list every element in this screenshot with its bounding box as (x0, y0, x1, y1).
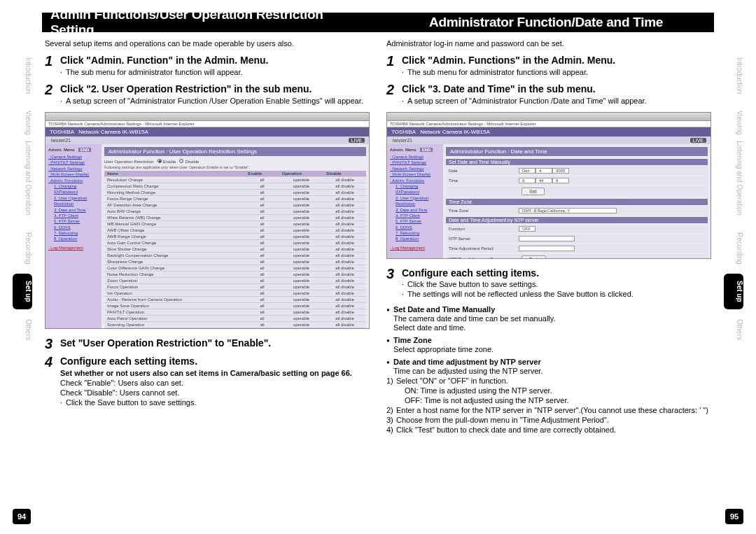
table-row: Focus Range Changealloperableall disable (104, 195, 366, 202)
step-sub: Click the Save button to save settings. (60, 398, 370, 407)
side-tab-others[interactable]: Others (724, 312, 743, 347)
sel-sec[interactable]: 9 (552, 178, 569, 183)
sel-day[interactable]: 4 (536, 168, 552, 174)
table-row: Noise Reduction Changealloperableall dis… (104, 271, 366, 277)
screenshot-date-time: TOSHIBA Network Camera/Administrator Set… (386, 112, 711, 259)
num-text: Enter a host name for the NTP server in … (396, 406, 708, 414)
sidebar-sublink[interactable]: 3. Date and Time (48, 207, 99, 213)
numbered-line: ON: Time is adjusted using the NTP serve… (386, 386, 711, 395)
app-subheader: iwuser21 LIVE (387, 136, 710, 144)
sidebar-sublink[interactable]: 4. FTP Client (48, 213, 99, 218)
sidebar-sublink[interactable]: 1. Changing ID/Password (48, 183, 99, 195)
step-num: 1 (45, 53, 52, 69)
step-3: 3 Configure each setting items. Click th… (386, 267, 711, 299)
test-button[interactable]: Test (522, 255, 546, 259)
num-text: Select "ON" or "OFF" in function. (396, 377, 508, 385)
sidebar-sublink[interactable]: 8. Operation (48, 236, 99, 241)
sel-hour[interactable]: 6 (519, 178, 536, 183)
step-sub: The settings will not be reflected unles… (402, 290, 711, 298)
sidebar-link[interactable]: · PAN/TILT Settings (390, 160, 440, 165)
sidebar-sublink[interactable]: 2. User Operation Restriction (48, 195, 99, 207)
sidebar-sublink[interactable]: 8. Operation (390, 236, 440, 241)
end-badge: END (78, 148, 92, 152)
sidebar-sublink[interactable]: 5. FTP Server (48, 218, 99, 224)
sidebar-link[interactable]: · Multi-Screen Display (48, 171, 99, 177)
sidebar-link[interactable]: · Admin. Functions (48, 178, 99, 183)
panel-title: Administrator Function : User Operation … (104, 147, 366, 156)
side-tab-viewing-listening-and-operation[interactable]: Viewing · Listening and Operation (724, 104, 743, 222)
numbered-line: 3)Choose from the pull-down menu in "Tim… (386, 416, 711, 424)
app-sidebar: Admin. Menu END · Camera Settings· PAN/T… (46, 144, 102, 329)
ntp-input[interactable] (519, 246, 575, 251)
side-tab-viewing-listening-and-operation[interactable]: Viewing · Listening and Operation (13, 104, 32, 222)
ntp-select[interactable]: OFF (519, 226, 536, 232)
sidebar-link[interactable]: · Network Settings (48, 166, 99, 171)
radio-disable[interactable] (179, 159, 183, 163)
app-subheader: iwuser21 LIVE (46, 136, 369, 144)
sidebar-link[interactable]: · Multi-Screen Display (390, 171, 440, 177)
sidebar-sublink[interactable]: 4. FTP Client (390, 213, 440, 218)
sidebar-link[interactable]: · Camera Settings (390, 154, 440, 160)
num-marker: 3) (386, 416, 393, 424)
page-number-left: 94 (13, 509, 31, 524)
panel-title: Administrator Function : Date and Time (446, 147, 708, 156)
table-row: Audio - Receive from Camera Operationall… (104, 296, 366, 302)
app-header: TOSHIBA Network Camera IK-WB15A (387, 127, 710, 136)
table-row: Auto Gain Control Changealloperableall d… (104, 239, 366, 246)
ntp-input[interactable] (519, 236, 575, 241)
step-2: 2 Click "3. Date and Time" in the sub me… (386, 83, 711, 105)
num-text: Click "Test" button to check date and ti… (396, 426, 616, 434)
sidebar-link[interactable]: · Network Settings (390, 166, 440, 171)
side-tab-introduction[interactable]: Introduction (13, 50, 32, 101)
sidebar-sublink[interactable]: 5. FTP Server (390, 218, 440, 224)
step-num: 2 (45, 82, 52, 98)
side-tab-recording[interactable]: Recording (724, 225, 743, 272)
panel-note: Following settings are applicable only w… (104, 165, 366, 169)
detail-line: The camera date and time can be set manu… (386, 314, 711, 323)
num-text: ON: Time is adjusted using the NTP serve… (405, 386, 552, 395)
sidebar-sublink[interactable]: 1. Changing ID/Password (390, 183, 440, 195)
step-title: Click "Admin. Function" in the Admin. Me… (60, 55, 370, 66)
numbered-line: 1)Select "ON" or "OFF" in function. (386, 377, 711, 385)
step-num: 2 (386, 82, 394, 98)
intro-text: Administrator log-in name and password c… (386, 39, 711, 48)
step-num: 3 (386, 266, 394, 282)
live-badge: LIVE (690, 138, 706, 143)
sidebar-sublink[interactable]: 7. Rebooting (390, 230, 440, 236)
side-tab-set-up[interactable]: Set up (13, 274, 32, 309)
screenshot-user-restriction: TOSHIBA Network Camera/Administrator Set… (45, 112, 370, 329)
numbered-line: 2)Enter a host name for the NTP server i… (386, 406, 711, 414)
sidebar-link[interactable]: · PAN/TILT Settings (48, 160, 99, 165)
step-num: 1 (386, 53, 394, 69)
table-row: PAN/TILT Operationalloperableall disable (104, 309, 366, 315)
sidebar-link[interactable]: · Admin. Functions (390, 178, 440, 183)
sidebar-log[interactable]: · Log Management (390, 245, 440, 251)
sidebar-sublink[interactable]: 3. Date and Time (390, 207, 440, 213)
set-button[interactable]: Set (522, 188, 545, 195)
side-tab-introduction[interactable]: Introduction (724, 50, 743, 101)
app-body: Admin. Menu END · Camera Settings· PAN/T… (387, 144, 710, 259)
table-row: Mounting Method Changealloperableall dis… (104, 189, 366, 195)
brand: TOSHIBA (50, 129, 74, 135)
side-tab-recording[interactable]: Recording (13, 225, 32, 272)
side-tab-others[interactable]: Others (13, 312, 32, 347)
side-tab-set-up[interactable]: Set up (724, 274, 743, 309)
sel-min[interactable]: 44 (536, 178, 552, 183)
sel-year[interactable]: 2005 (552, 168, 569, 174)
browser-chrome (387, 113, 710, 121)
sidebar-sublink[interactable]: 2. User Operation Restriction (390, 195, 440, 207)
sel-month[interactable]: Dec (519, 168, 536, 174)
sidebar-sublink[interactable]: 7. Rebooting (48, 230, 99, 236)
date-label: Date (449, 169, 519, 173)
app-main: Administrator Function : User Operation … (102, 144, 369, 329)
sidebar-sublink[interactable]: 6. DDNS (390, 225, 440, 230)
tz-select[interactable]: GMT -8 Baja/California, Y (519, 208, 617, 213)
sidebar-log[interactable]: · Log Management (48, 245, 99, 251)
table-row: Preset Operationalloperableall disable (104, 328, 366, 329)
ntp-row: Time Adjustment Period (446, 244, 708, 253)
step-1: 1 Click "Admin. Function" in the Admin. … (45, 55, 370, 76)
sidebar-link[interactable]: · Camera Settings (48, 154, 99, 160)
radio-enable[interactable] (158, 159, 162, 163)
detail-title: Date and time adjustment by NTP server (386, 358, 711, 366)
sidebar-sublink[interactable]: 6. DDNS (48, 225, 99, 230)
